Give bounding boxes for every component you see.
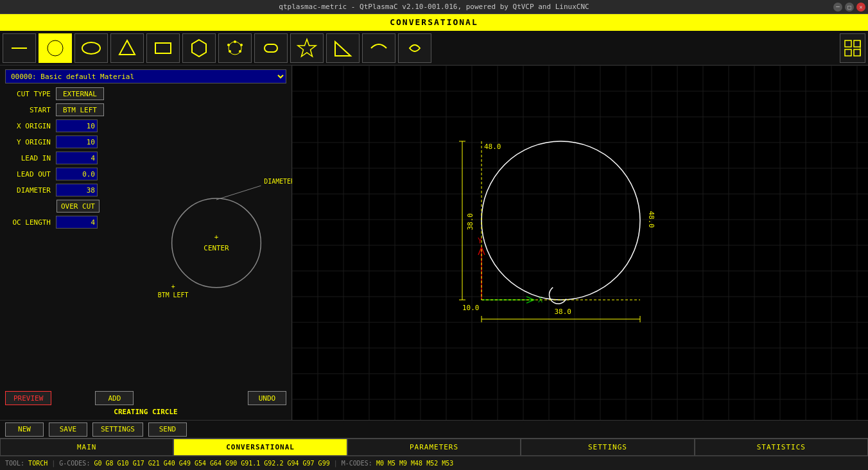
title-text: qtplasmac-metric - QtPlasmaC v2.10-001.0… — [279, 0, 589, 14]
new-button[interactable]: NEW — [5, 422, 44, 437]
lead-out-input[interactable] — [56, 168, 98, 180]
settings-button[interactable]: SETTINGS — [92, 422, 143, 437]
canvas-area — [292, 65, 868, 420]
svg-point-20 — [172, 198, 261, 288]
svg-marker-5 — [192, 40, 206, 57]
start-row: START BTM LEFT — [5, 103, 146, 116]
close-button[interactable]: ✕ — [856, 3, 865, 12]
form-area: CUT TYPE EXTERNAL START BTM LEFT X ORIGI… — [5, 87, 146, 386]
svg-point-11 — [227, 44, 230, 46]
svg-line-25 — [216, 186, 261, 200]
svg-text:+: + — [214, 233, 219, 241]
svg-rect-18 — [854, 49, 860, 56]
svg-rect-4 — [155, 43, 171, 53]
tab-conversational[interactable]: CONVERSATIONAL — [173, 439, 347, 456]
mcodes-value: M0 M5 M9 M48 M52 M53 — [376, 460, 453, 467]
svg-rect-15 — [845, 40, 851, 47]
shape-toolbar — [0, 31, 868, 65]
svg-point-10 — [240, 44, 243, 46]
left-panel: 00000: Basic default Material CUT TYPE E… — [0, 65, 292, 420]
svg-point-6 — [229, 42, 241, 55]
cut-type-value[interactable]: EXTERNAL — [56, 87, 104, 100]
status-bar: TOOL: TORCH | G-CODES: G0 G8 G10 G17 G21… — [0, 456, 868, 470]
svg-marker-13 — [298, 39, 316, 57]
title-bar: qtplasmac-metric - QtPlasmaC v2.10-001.0… — [0, 0, 868, 14]
diameter-input[interactable] — [56, 184, 98, 196]
shape-ellipse[interactable] — [74, 33, 108, 63]
undo-button[interactable]: UNDO — [248, 391, 286, 405]
y-origin-row: Y ORIGIN — [5, 135, 146, 148]
svg-point-8 — [239, 50, 241, 53]
diagram-area: + CENTER + BTM LEFT DIAMETER — [146, 87, 286, 386]
shape-circle[interactable] — [39, 33, 72, 63]
action-buttons: PREVIEW ADD UNDO — [5, 386, 286, 405]
lead-out-row: LEAD OUT — [5, 168, 146, 180]
minimize-button[interactable]: ─ — [833, 3, 842, 12]
bottom-buttons-bar: NEW SAVE SETTINGS SEND — [0, 420, 868, 438]
lead-in-row: LEAD IN — [5, 152, 146, 164]
lead-out-label: LEAD OUT — [5, 170, 53, 178]
over-cut-row: OVER CUT — [5, 200, 146, 213]
diameter-label: DIAMETER — [5, 186, 53, 195]
shape-grid-btn[interactable] — [840, 33, 865, 63]
tool-label: TOOL: — [5, 460, 24, 467]
lead-in-input[interactable] — [56, 152, 98, 164]
start-label: START — [5, 106, 53, 114]
shape-right-triangle[interactable] — [326, 33, 360, 63]
tab-settings[interactable]: SETTINGS — [521, 439, 694, 456]
svg-point-7 — [234, 40, 236, 43]
shape-slot[interactable] — [254, 33, 288, 63]
oc-length-row: OC LENGTH — [5, 216, 146, 229]
svg-rect-16 — [854, 40, 860, 47]
banner: CONVERSATIONAL — [0, 14, 868, 31]
svg-rect-12 — [265, 44, 277, 52]
material-select[interactable]: 00000: Basic default Material — [5, 69, 286, 83]
separator1: | — [51, 460, 55, 467]
svg-point-2 — [82, 42, 100, 54]
over-cut-button[interactable]: OVER CUT — [56, 200, 100, 213]
svg-marker-14 — [335, 42, 351, 56]
shape-hexagon[interactable] — [182, 33, 216, 63]
lead-in-label: LEAD IN — [5, 154, 53, 162]
drawing-canvas — [292, 65, 868, 420]
tab-bar: MAIN CONVERSATIONAL PARAMETERS SETTINGS … — [0, 438, 868, 456]
save-button[interactable]: SAVE — [49, 422, 87, 437]
svg-text:+: + — [171, 283, 175, 290]
x-origin-input[interactable] — [56, 119, 98, 132]
svg-text:CENTER: CENTER — [204, 244, 229, 252]
shape-oval[interactable] — [398, 33, 431, 63]
separator2: | — [334, 460, 338, 467]
gcodes-label: G-CODES: — [59, 460, 90, 467]
svg-marker-3 — [119, 40, 135, 55]
start-value[interactable]: BTM LEFT — [56, 103, 104, 116]
maximize-button[interactable]: □ — [845, 3, 854, 12]
tab-main[interactable]: MAIN — [0, 439, 173, 456]
preview-button[interactable]: PREVIEW — [5, 391, 51, 405]
y-origin-input[interactable] — [56, 135, 98, 148]
cut-type-label: CUT TYPE — [5, 90, 53, 98]
shape-line[interactable] — [3, 33, 36, 63]
y-origin-label: Y ORIGIN — [5, 138, 53, 146]
send-button[interactable]: SEND — [148, 422, 187, 437]
oc-length-label: OC LENGTH — [5, 218, 53, 227]
svg-point-1 — [48, 40, 63, 56]
x-origin-row: X ORIGIN — [5, 119, 146, 132]
shape-bolt-circle[interactable] — [218, 33, 252, 63]
tab-statistics[interactable]: STATISTICS — [695, 439, 868, 456]
svg-text:DIAMETER: DIAMETER — [264, 178, 295, 185]
svg-point-9 — [229, 50, 231, 53]
tab-parameters[interactable]: PARAMETERS — [347, 439, 521, 456]
shape-star[interactable] — [290, 33, 324, 63]
diameter-row: DIAMETER — [5, 184, 146, 196]
add-button[interactable]: ADD — [95, 391, 134, 405]
tool-value: TORCH — [28, 460, 48, 467]
gcodes-value: G0 G8 G10 G17 G21 G40 G49 G54 G64 G90 G9… — [94, 460, 329, 467]
mcodes-label: M-CODES: — [342, 460, 372, 467]
svg-text:BTM LEFT: BTM LEFT — [158, 292, 189, 299]
oc-length-input[interactable] — [56, 216, 98, 229]
shape-arc[interactable] — [362, 33, 395, 63]
creating-label: CREATING CIRCLE — [5, 405, 286, 416]
shape-rectangle[interactable] — [146, 33, 180, 63]
shape-triangle[interactable] — [110, 33, 144, 63]
cut-type-row: CUT TYPE EXTERNAL — [5, 87, 146, 100]
